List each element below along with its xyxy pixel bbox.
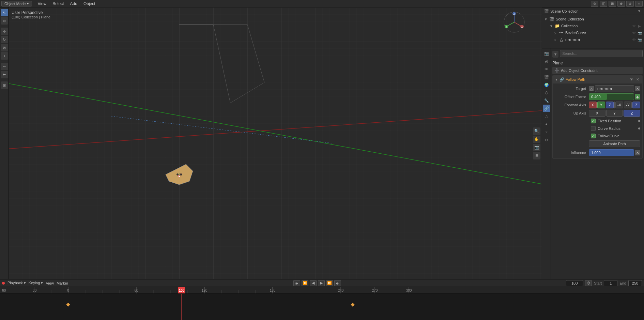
prop-tab-world[interactable]: 🌍 — [543, 81, 550, 89]
play-back-btn[interactable]: ◀ — [310, 280, 317, 286]
prop-tab-data[interactable]: △ — [543, 112, 550, 120]
collection-select-btn[interactable]: ▶ — [637, 24, 642, 28]
measure-tool-btn[interactable]: ⊢ — [1, 71, 8, 78]
fixed-position-dot[interactable] — [638, 120, 640, 122]
prop-tab-constraints[interactable]: 🔗 — [543, 105, 550, 112]
bezier-render-btn[interactable]: 📷 — [637, 31, 642, 35]
prop-search-input[interactable] — [560, 50, 643, 57]
viewport-right-toolbar: 🔍 ✋ 📷 ⊞ — [533, 127, 540, 159]
constraint-close-btn[interactable]: ✕ — [635, 77, 640, 82]
collection-hide-btn[interactable]: 👁 — [632, 24, 637, 28]
end-frame-input[interactable] — [628, 280, 642, 286]
prop-tab-view[interactable]: 👁 — [543, 65, 550, 73]
timeline-content[interactable] — [0, 294, 644, 320]
influence-field[interactable]: 1.000 — [589, 149, 634, 156]
prop-tab-physics[interactable]: ⊙ — [543, 136, 550, 143]
prop-tab-render[interactable]: 📷 — [543, 50, 550, 57]
outliner-row-scene-collection[interactable]: ▼ 🎬 Scene Collection — [542, 16, 644, 22]
toolbar-separator-3 — [1, 80, 7, 80]
timeline-menu-view[interactable]: View — [46, 281, 54, 285]
offset-animate-btn[interactable]: ◆ — [635, 94, 640, 100]
forward-axis-negy-btn[interactable]: -Y — [624, 102, 632, 108]
forward-axis-x-btn[interactable]: X — [589, 102, 597, 108]
timeline-menu-marker[interactable]: Marker — [57, 281, 68, 285]
up-axis-z-btn[interactable]: Z — [624, 110, 640, 117]
offset-factor-field[interactable]: 0.400 — [589, 93, 634, 100]
up-axis-y-btn[interactable]: Y — [606, 110, 623, 117]
svg-rect-23 — [0, 287, 644, 293]
forward-axis-z-btn[interactable]: Z — [606, 102, 614, 108]
forward-axis-y-btn[interactable]: Y — [597, 102, 605, 108]
fixed-position-checkbox[interactable] — [591, 119, 596, 123]
prop-tab-scene[interactable]: 🎬 — [543, 73, 550, 81]
forward-axis-negx-btn[interactable]: -X — [615, 102, 623, 108]
viewport-3d[interactable]: User Perspective (100) Collection | Plan… — [9, 7, 542, 279]
orientation-gizmo[interactable]: Z X Y — [502, 10, 526, 34]
play-btn[interactable]: ▶ — [318, 280, 325, 286]
follow-curve-checkbox[interactable] — [591, 134, 596, 138]
curve-radius-dot[interactable] — [638, 127, 640, 129]
overlay-btn[interactable]: ⊞ — [609, 1, 616, 7]
rotate-tool-btn[interactable]: ↻ — [1, 36, 8, 43]
mesh-render-btn[interactable]: 📷 — [637, 38, 642, 42]
snap-btn[interactable]: ⊛ — [626, 1, 634, 7]
annotate-tool-btn[interactable]: ✏ — [1, 63, 8, 70]
viewport-grid — [9, 7, 542, 279]
forward-axis-negz-btn[interactable]: Z — [632, 102, 640, 108]
object-mode-button[interactable]: Object Mode ▾ — [1, 1, 32, 6]
viewport-camera-btn[interactable]: 📷 — [533, 144, 540, 151]
influence-clear-btn[interactable]: ✕ — [635, 150, 640, 155]
target-clear-btn[interactable]: ✕ — [635, 86, 640, 91]
menu-select[interactable]: Select — [50, 1, 66, 7]
influence-value: 1.000 ✕ — [589, 149, 640, 156]
frame-clock-btn[interactable]: ⏱ — [585, 280, 592, 286]
mesh-hide-btn[interactable]: 👁 — [632, 38, 637, 42]
step-back-btn[interactable]: ⏪ — [302, 280, 308, 286]
prop-tab-material[interactable]: ● — [543, 120, 550, 128]
timeline-menu-playback[interactable]: Playback ▾ — [7, 281, 26, 285]
outliner-row-bezier[interactable]: ▷ 〜 BezierCurve 👁 📷 — [542, 29, 644, 36]
timeline-menu-keying[interactable]: Keying ▾ — [29, 281, 43, 285]
outliner-row-collection[interactable]: ▼ 📁 Collection 👁 ▶ — [542, 22, 644, 29]
target-field[interactable]: rrrrrrrrrrrr — [595, 85, 634, 92]
up-axis-x-btn[interactable]: X — [589, 110, 605, 117]
select-tool-btn[interactable]: ↖ — [1, 9, 8, 16]
svg-text:300: 300 — [406, 289, 412, 292]
move-tool-btn[interactable]: ✛ — [1, 28, 8, 35]
proportional-btn[interactable]: ○ — [635, 1, 643, 7]
gizmo-area[interactable]: Z X Y — [502, 10, 530, 37]
animate-path-btn[interactable]: Animate Path — [589, 140, 640, 147]
step-fwd-btn[interactable]: ⏩ — [326, 280, 333, 286]
prop-tab-particles[interactable]: ⁘ — [543, 128, 550, 136]
menu-add[interactable]: Add — [67, 1, 80, 7]
render-icon-btn[interactable]: ⊙ — [591, 1, 598, 7]
menu-object[interactable]: Object — [81, 1, 98, 7]
jump-end-btn[interactable]: ⏭ — [334, 280, 341, 286]
prop-tab-modifiers[interactable]: 🔧 — [543, 97, 550, 104]
target-value: △ rrrrrrrrrrrr ✕ — [589, 85, 640, 92]
viewport-shade-btn[interactable]: ◫ — [600, 1, 607, 7]
start-frame-input[interactable] — [604, 280, 617, 286]
current-frame-input[interactable] — [566, 280, 583, 286]
cursor-tool-btn[interactable]: ⊕ — [1, 17, 8, 25]
bezier-hide-btn[interactable]: 👁 — [632, 31, 637, 35]
offset-factor-row: Offset Factor 0.400 ◆ — [555, 93, 640, 101]
transform-tool-btn[interactable]: ⌖ — [1, 52, 8, 60]
viewport-ortho-btn[interactable]: ⊞ — [533, 152, 540, 159]
target-row: Target △ rrrrrrrrrrrr ✕ — [555, 85, 640, 92]
gizmo-btn[interactable]: ⊕ — [617, 1, 625, 7]
prop-filter-btn[interactable]: ▼ — [552, 51, 558, 58]
viewport-pan-btn[interactable]: ✋ — [533, 136, 540, 143]
add-constraint-btn[interactable]: ➕ Add Object Constraint — [552, 67, 643, 74]
constraint-visible-btn[interactable]: 👁 — [629, 77, 634, 82]
scale-tool-btn[interactable]: ⊠ — [1, 44, 8, 51]
jump-start-btn[interactable]: ⏮ — [293, 280, 300, 286]
prop-tab-object[interactable]: ⬡ — [543, 89, 550, 96]
prop-tab-output[interactable]: 🖨 — [543, 58, 550, 65]
filter-icon-btn[interactable]: ▼ — [637, 9, 642, 14]
add-tool-btn[interactable]: ⊞ — [1, 81, 8, 89]
menu-view[interactable]: View — [35, 1, 49, 7]
outliner-row-mesh[interactable]: ▷ △ rrrrrrrrrrrr 👁 📷 — [542, 36, 644, 43]
viewport-zoom-in-btn[interactable]: 🔍 — [533, 127, 540, 135]
curve-radius-checkbox[interactable] — [591, 126, 596, 131]
